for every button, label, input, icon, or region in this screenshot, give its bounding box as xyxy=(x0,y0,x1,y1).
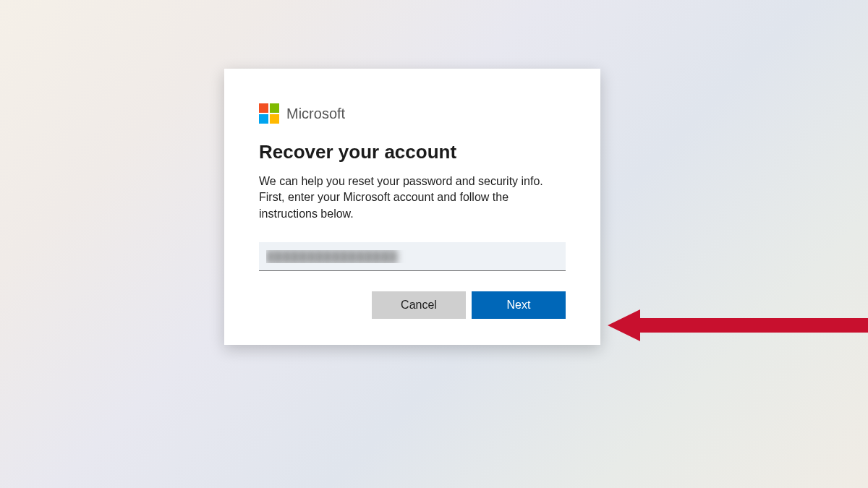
next-button[interactable]: Next xyxy=(472,291,566,319)
button-row: Cancel Next xyxy=(259,291,566,319)
microsoft-logo-icon xyxy=(259,103,279,124)
brand-row: Microsoft xyxy=(259,103,566,124)
recover-account-dialog: Microsoft Recover your account We can he… xyxy=(224,69,600,345)
cancel-button[interactable]: Cancel xyxy=(372,291,466,319)
dialog-title: Recover your account xyxy=(259,141,566,163)
account-email-input[interactable] xyxy=(259,242,566,271)
svg-marker-0 xyxy=(608,309,868,341)
brand-name: Microsoft xyxy=(286,106,345,122)
dialog-body: We can help you reset your password and … xyxy=(259,174,566,222)
arrow-annotation-icon xyxy=(608,307,868,343)
